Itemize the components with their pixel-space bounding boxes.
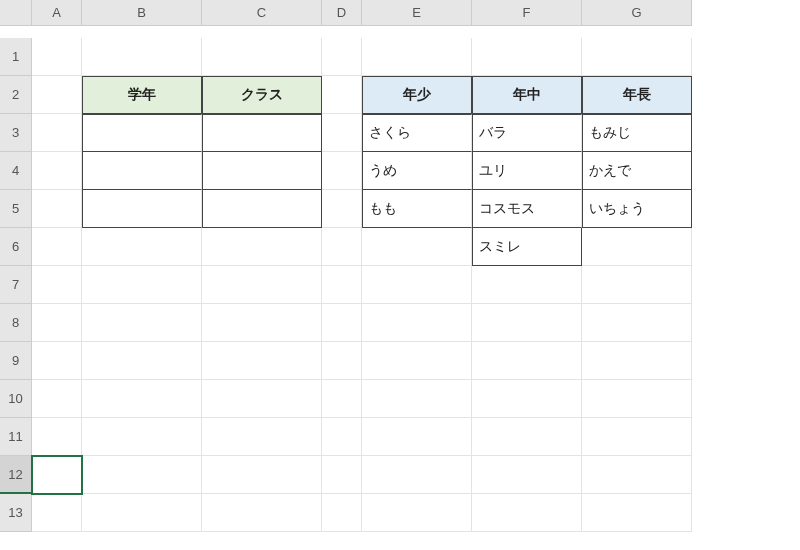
cell-F6[interactable]: スミレ	[472, 228, 582, 266]
row-header-1[interactable]: 1	[0, 38, 32, 76]
cell-F7[interactable]	[472, 266, 582, 304]
cell-C2[interactable]: クラス	[202, 76, 322, 114]
cell-A12[interactable]	[32, 456, 82, 494]
cell-B12[interactable]	[82, 456, 202, 494]
cell-A4[interactable]	[32, 152, 82, 190]
cell-C8[interactable]	[202, 304, 322, 342]
cell-D11[interactable]	[322, 418, 362, 456]
row-header-11[interactable]: 11	[0, 418, 32, 456]
cell-F2[interactable]: 年中	[472, 76, 582, 114]
col-header-C[interactable]: C	[202, 0, 322, 26]
row-header-10[interactable]: 10	[0, 380, 32, 418]
cell-F8[interactable]	[472, 304, 582, 342]
cell-E11[interactable]	[362, 418, 472, 456]
col-header-F[interactable]: F	[472, 0, 582, 26]
cell-F9[interactable]	[472, 342, 582, 380]
cell-G2[interactable]: 年長	[582, 76, 692, 114]
cell-B5[interactable]	[82, 190, 202, 228]
cell-F1[interactable]	[472, 38, 582, 76]
cell-B9[interactable]	[82, 342, 202, 380]
cell-B8[interactable]	[82, 304, 202, 342]
cell-G12[interactable]	[582, 456, 692, 494]
cell-A2[interactable]	[32, 76, 82, 114]
col-header-B[interactable]: B	[82, 0, 202, 26]
cell-D8[interactable]	[322, 304, 362, 342]
cell-G11[interactable]	[582, 418, 692, 456]
spreadsheet-grid[interactable]: A B C D E F G 1 2 学年 クラス 年少 年中 年長 3 さくら …	[0, 0, 800, 532]
cell-G3[interactable]: もみじ	[582, 114, 692, 152]
cell-E4[interactable]: うめ	[362, 152, 472, 190]
row-header-7[interactable]: 7	[0, 266, 32, 304]
cell-E5[interactable]: もも	[362, 190, 472, 228]
cell-D13[interactable]	[322, 494, 362, 532]
cell-E3[interactable]: さくら	[362, 114, 472, 152]
cell-E8[interactable]	[362, 304, 472, 342]
col-header-E[interactable]: E	[362, 0, 472, 26]
select-all-corner[interactable]	[0, 0, 32, 26]
cell-A3[interactable]	[32, 114, 82, 152]
cell-C11[interactable]	[202, 418, 322, 456]
col-header-D[interactable]: D	[322, 0, 362, 26]
row-header-2[interactable]: 2	[0, 76, 32, 114]
row-header-13[interactable]: 13	[0, 494, 32, 532]
cell-D9[interactable]	[322, 342, 362, 380]
cell-F5[interactable]: コスモス	[472, 190, 582, 228]
cell-G7[interactable]	[582, 266, 692, 304]
col-header-A[interactable]: A	[32, 0, 82, 26]
cell-G6[interactable]	[582, 228, 692, 266]
cell-G9[interactable]	[582, 342, 692, 380]
cell-B6[interactable]	[82, 228, 202, 266]
cell-F4[interactable]: ユリ	[472, 152, 582, 190]
cell-A11[interactable]	[32, 418, 82, 456]
cell-F3[interactable]: バラ	[472, 114, 582, 152]
row-header-12[interactable]: 12	[0, 456, 32, 494]
cell-B3[interactable]	[82, 114, 202, 152]
cell-A10[interactable]	[32, 380, 82, 418]
cell-C1[interactable]	[202, 38, 322, 76]
row-header-6[interactable]: 6	[0, 228, 32, 266]
row-header-8[interactable]: 8	[0, 304, 32, 342]
cell-C3[interactable]	[202, 114, 322, 152]
cell-G8[interactable]	[582, 304, 692, 342]
cell-C7[interactable]	[202, 266, 322, 304]
row-header-3[interactable]: 3	[0, 114, 32, 152]
cell-A6[interactable]	[32, 228, 82, 266]
cell-A8[interactable]	[32, 304, 82, 342]
cell-C4[interactable]	[202, 152, 322, 190]
cell-C12[interactable]	[202, 456, 322, 494]
cell-E2[interactable]: 年少	[362, 76, 472, 114]
cell-F12[interactable]	[472, 456, 582, 494]
cell-E10[interactable]	[362, 380, 472, 418]
cell-D7[interactable]	[322, 266, 362, 304]
cell-A7[interactable]	[32, 266, 82, 304]
cell-E12[interactable]	[362, 456, 472, 494]
cell-C5[interactable]	[202, 190, 322, 228]
cell-A9[interactable]	[32, 342, 82, 380]
cell-B11[interactable]	[82, 418, 202, 456]
cell-C6[interactable]	[202, 228, 322, 266]
cell-C10[interactable]	[202, 380, 322, 418]
cell-F10[interactable]	[472, 380, 582, 418]
cell-F13[interactable]	[472, 494, 582, 532]
cell-D3[interactable]	[322, 114, 362, 152]
cell-D2[interactable]	[322, 76, 362, 114]
cell-A5[interactable]	[32, 190, 82, 228]
cell-E13[interactable]	[362, 494, 472, 532]
row-header-9[interactable]: 9	[0, 342, 32, 380]
row-header-5[interactable]: 5	[0, 190, 32, 228]
cell-G10[interactable]	[582, 380, 692, 418]
cell-A13[interactable]	[32, 494, 82, 532]
cell-G4[interactable]: かえで	[582, 152, 692, 190]
cell-D4[interactable]	[322, 152, 362, 190]
cell-B4[interactable]	[82, 152, 202, 190]
cell-D6[interactable]	[322, 228, 362, 266]
cell-E1[interactable]	[362, 38, 472, 76]
col-header-G[interactable]: G	[582, 0, 692, 26]
cell-F11[interactable]	[472, 418, 582, 456]
cell-G1[interactable]	[582, 38, 692, 76]
cell-A1[interactable]	[32, 38, 82, 76]
cell-D1[interactable]	[322, 38, 362, 76]
cell-B10[interactable]	[82, 380, 202, 418]
cell-D5[interactable]	[322, 190, 362, 228]
cell-D10[interactable]	[322, 380, 362, 418]
